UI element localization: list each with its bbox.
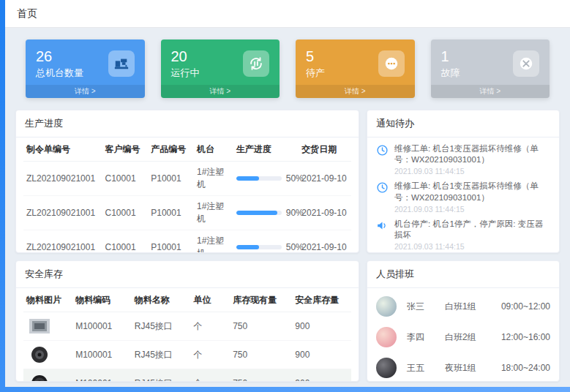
speaker-photo: [26, 374, 53, 381]
person-name: 张三: [407, 301, 445, 313]
col-material-name: 物料名称: [132, 288, 191, 312]
safety-stock-table-wrap: 物料图片 物料编码 物料名称 单位 库存现有量 安全库存量: [16, 288, 359, 381]
cell-machine: 1#注塑机: [194, 162, 233, 196]
cell-current-qty: 750: [230, 341, 292, 369]
cell-progress: 90%: [233, 196, 299, 230]
cell-unit: 个: [190, 312, 230, 341]
notice-body: 维修工单: 机台1变压器损坏待维修（单号：WX202109031001） 202…: [394, 143, 550, 176]
col-material-image: 物料图片: [23, 288, 72, 312]
stat-card-main: 5 待产: [296, 39, 415, 85]
notifications-list: 维修工单: 机台1变压器损坏待维修（单号：WX202109031001） 202…: [367, 137, 559, 252]
notice-item[interactable]: 维修工单: 机台1变压器损坏待维修（单号：WX202109031001） 202…: [376, 181, 550, 213]
cell-safety-qty: 900: [292, 369, 351, 382]
col-material-code: 物料编码: [72, 288, 132, 312]
cell-material-name: RJ45接口: [132, 369, 191, 382]
panel-title: 通知待办: [367, 110, 559, 137]
col-current-qty: 库存现有量: [230, 288, 292, 312]
stat-card-waiting: 5 待产 详情 >: [296, 39, 415, 98]
col-delivery-date: 交货日期: [299, 137, 351, 162]
detail-link[interactable]: 详情 >: [26, 85, 145, 98]
stat-card-running: 20 运行中 详情 >: [161, 39, 280, 98]
progress-label: 50%: [286, 173, 304, 184]
production-table: 制令单编号 客户编号 产品编号 机台 生产进度 交货日期: [23, 137, 351, 252]
cell-material-name: RJ45接口: [132, 341, 191, 369]
person-name: 王五: [407, 362, 445, 374]
table-header-row: 物料图片 物料编码 物料名称 单位 库存现有量 安全库存量: [23, 288, 351, 312]
notice-item[interactable]: 机台停产: 机台1停产，停产原因: 变压器损坏 2021.09.03 11:44…: [376, 219, 550, 251]
schedule-row: 张三 白班1组 09:00~12:00: [376, 291, 550, 322]
speaker-icon: [376, 219, 389, 232]
cell-order-no: ZL202109021001: [23, 230, 102, 253]
progress-fill: [236, 245, 259, 249]
cell-material-image: [23, 341, 72, 369]
stat-cards: 26 总机台数量 详情 > 20 运行中: [26, 39, 550, 98]
app-frame: 首页 26 总机台数量 详情 >: [0, 0, 570, 392]
cell-product-no: P10001: [148, 230, 194, 253]
table-row: M100001 RJ45接口 个 750 900: [23, 369, 351, 382]
person-time: 09:00~12:00: [501, 301, 550, 312]
stat-card-main: 20 运行中: [161, 39, 280, 85]
stat-value: 5: [306, 48, 325, 65]
breadcrumb-home[interactable]: 首页: [17, 7, 37, 20]
panel-title: 人员排班: [367, 261, 559, 288]
progress-bar: 50%: [236, 242, 296, 252]
notice-body: 机台停产: 机台1停产，停产原因: 变压器损坏 2021.09.03 11:44…: [394, 219, 550, 251]
progress-track: [236, 211, 282, 215]
progress-fill: [236, 211, 277, 215]
cell-material-code: M100001: [72, 312, 132, 341]
cell-safety-qty: 900: [292, 341, 351, 369]
stat-label: 故障: [441, 67, 460, 80]
notice-text: 机台停产: 机台1停产，停产原因: 变压器损坏: [394, 219, 550, 241]
schedule-row: 李四 白班2组 12:00~16:00: [376, 322, 550, 353]
cell-progress: 50%: [233, 162, 299, 196]
person-shift: 白班2组: [445, 331, 496, 344]
notice-text: 维修工单: 机台1变压器损坏待维修（单号：WX202109031001）: [394, 181, 550, 203]
cell-product-no: P10001: [148, 162, 194, 196]
col-machine: 机台: [194, 137, 233, 162]
cell-customer-no: C10001: [102, 196, 149, 230]
dashboard-content: 26 总机台数量 详情 > 20 运行中: [5, 28, 570, 382]
cell-material-image: [23, 369, 72, 382]
person-shift: 白班1组: [445, 301, 496, 313]
cell-material-code: M100001: [72, 341, 132, 369]
schedule-list: 张三 白班1组 09:00~12:00 李四 白班2组 12:00~16:00: [367, 288, 559, 381]
notice-time: 2021.09.03 11:44:15: [394, 205, 550, 214]
cell-delivery-date: 2021-09-10: [299, 196, 351, 230]
cell-delivery-date: 2021-09-10: [299, 162, 351, 196]
cell-machine: 1#注塑机: [194, 230, 233, 253]
progress-label: 90%: [286, 208, 304, 218]
schedule-row: 王五 夜班1组 18:00~24:00: [376, 353, 550, 381]
stat-info: 26 总机台数量: [36, 48, 83, 80]
cell-product-no: P10001: [148, 196, 194, 230]
avatar: [376, 327, 397, 347]
panel-title: 生产进度: [16, 110, 359, 137]
detail-link[interactable]: 详情 >: [431, 85, 550, 98]
table-row: ZL202109021001 C10001 P10001 1#注塑机 50%: [23, 162, 351, 196]
clock-icon: [376, 181, 389, 194]
personnel-schedule-panel: 人员排班 张三 白班1组 09:00~12:00 李四 白班2组 1: [367, 260, 560, 382]
round-connector-photo: [26, 345, 53, 364]
notice-body: 维修工单: 机台1变压器损坏待维修（单号：WX202109031001） 202…: [394, 181, 550, 213]
progress-label: 50%: [286, 242, 304, 252]
stat-value: 1: [441, 48, 460, 65]
panel-grid: 生产进度 制令单编号 客户编号 产品编号 机台 生产进度: [15, 110, 560, 382]
notice-time: 2021.09.03 11:44:15: [394, 167, 550, 176]
cell-order-no: ZL202109021001: [23, 196, 102, 230]
table-row: ZL202109021001 C10001 P10001 1#注塑机 50%: [23, 230, 351, 253]
safety-stock-panel: 安全库存 物料图片 物料编码 物料名称 单位 库存现有量: [15, 260, 359, 382]
clock-icon: [376, 144, 389, 157]
detail-link[interactable]: 详情 >: [296, 85, 415, 98]
stat-info: 5 待产: [306, 48, 325, 80]
detail-link[interactable]: 详情 >: [161, 85, 280, 98]
cell-delivery-date: 2021-09-10: [299, 230, 351, 253]
stat-info: 1 故障: [441, 48, 460, 80]
tools-icon: [513, 50, 539, 77]
running-icon: [243, 50, 269, 77]
col-product-no: 产品编号: [148, 137, 194, 162]
progress-track: [236, 245, 282, 249]
stat-label: 待产: [306, 67, 325, 80]
ellipsis-icon: [378, 50, 405, 77]
notice-item[interactable]: 维修工单: 机台1变压器损坏待维修（单号：WX202109031001） 202…: [376, 143, 550, 176]
col-order-no: 制令单编号: [23, 137, 102, 162]
safety-stock-table: 物料图片 物料编码 物料名称 单位 库存现有量 安全库存量: [23, 288, 351, 381]
